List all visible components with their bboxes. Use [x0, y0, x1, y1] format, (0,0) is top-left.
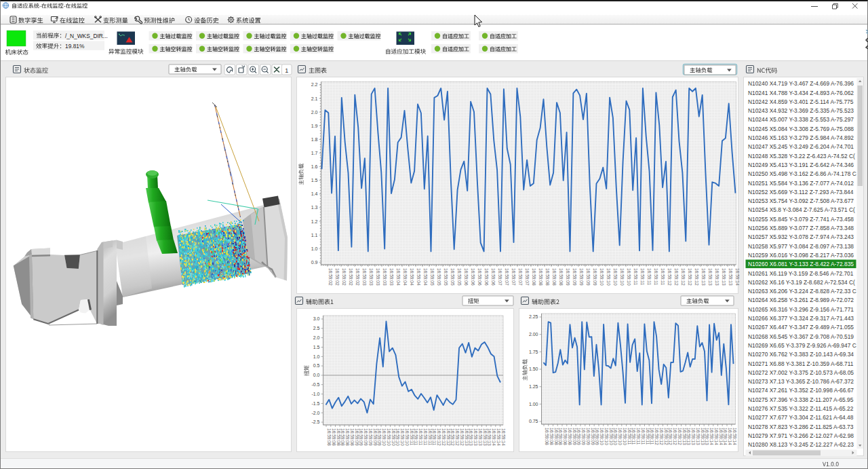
svg-text:16:59:11: 16:59:11 — [650, 428, 654, 445]
svg-text:1.50: 1.50 — [529, 367, 538, 371]
svg-text:N10260 X6.081 Y-3.133 Z-8.422: N10260 X6.081 Y-3.133 Z-8.422 A-72.835 — [748, 261, 854, 267]
svg-text:N10262 X6.16 Y-3.19 Z-8.682 A-: N10262 X6.16 Y-3.19 Z-8.682 A-72.534 C( — [748, 279, 855, 286]
svg-text:16:59:14: 16:59:14 — [719, 428, 724, 445]
svg-text:16:59:09: 16:59:09 — [377, 428, 382, 446]
svg-text:1.25: 1.25 — [529, 384, 538, 389]
svg-text:16:59:13: 16:59:13 — [686, 428, 691, 445]
svg-text:16:59:08: 16:59:08 — [340, 428, 345, 446]
svg-text:16:59:13: 16:59:13 — [691, 428, 696, 445]
svg-text:2.0: 2.0 — [311, 110, 318, 115]
svg-text:16:59:03: 16:59:03 — [362, 268, 367, 286]
svg-text:16:59:12: 16:59:12 — [677, 428, 682, 445]
svg-text:16:59:11: 16:59:11 — [627, 428, 632, 445]
svg-text:16:59:06: 16:59:06 — [471, 268, 475, 286]
svg-text:1.0: 1.0 — [311, 246, 318, 251]
svg-text:1.75: 1.75 — [529, 350, 538, 354]
svg-text:16:59:12: 16:59:12 — [659, 428, 664, 445]
svg-text:16:59:10: 16:59:10 — [613, 268, 618, 286]
svg-text:16:59:06: 16:59:06 — [491, 268, 496, 286]
svg-text:N10273 X7.13 Y-3.365 Z-10.786: N10273 X7.13 Y-3.365 Z-10.786 A-67.372 — [748, 378, 854, 385]
svg-text:16:59:11: 16:59:11 — [633, 268, 638, 286]
svg-text:16:59:12: 16:59:12 — [667, 268, 672, 286]
svg-text:16:59:08: 16:59:08 — [327, 428, 332, 446]
svg-text:16:59:08: 16:59:08 — [532, 268, 536, 286]
svg-text:16:59:08: 16:59:08 — [554, 428, 559, 445]
svg-text:16:59:05: 16:59:05 — [443, 268, 448, 286]
svg-text:16:59:08: 16:59:08 — [552, 268, 557, 286]
svg-text:16:59:10: 16:59:10 — [609, 428, 614, 445]
svg-text:16:59:11: 16:59:11 — [410, 428, 414, 446]
svg-text:16:59:09: 16:59:09 — [581, 428, 586, 445]
svg-text:16:59:07: 16:59:07 — [505, 268, 509, 286]
svg-text:16:59:08: 16:59:08 — [549, 428, 554, 445]
svg-text:16:59:06: 16:59:06 — [484, 268, 489, 286]
svg-text:16:59:11: 16:59:11 — [660, 268, 665, 286]
svg-text:0.5: 0.5 — [313, 363, 320, 368]
svg-text:16:59:11: 16:59:11 — [640, 268, 645, 286]
svg-text:16:59:09: 16:59:09 — [595, 428, 599, 445]
svg-text:N10250 X5.498 Y-3.162 Z-6.86 A: N10250 X5.498 Y-3.162 Z-6.86 A-74.178 C — [748, 170, 856, 177]
svg-text:N10254 X5.8 Y-3.084 Z-7.625 A-: N10254 X5.8 Y-3.084 Z-7.625 A-73.571 C( — [748, 206, 855, 213]
svg-text:16:59:10: 16:59:10 — [599, 428, 604, 445]
svg-text:0.0: 0.0 — [313, 373, 320, 377]
svg-text:0.9: 0.9 — [311, 260, 318, 265]
svg-text:N10269 X6.65 Y-3.379 Z-9.926 A: N10269 X6.65 Y-3.379 Z-9.926 A-69.947 C — [748, 342, 856, 349]
svg-text:1.5: 1.5 — [311, 178, 318, 183]
svg-text:16:59:04: 16:59:04 — [416, 268, 421, 286]
svg-text:-2.5: -2.5 — [311, 419, 319, 424]
svg-text:16:59:14: 16:59:14 — [732, 428, 737, 445]
svg-text:1.1: 1.1 — [311, 233, 318, 238]
svg-text:16:59:08: 16:59:08 — [563, 428, 568, 445]
svg-text:16:59:14: 16:59:14 — [735, 268, 740, 286]
svg-text:1.7: 1.7 — [311, 151, 318, 155]
svg-text:/_N_WKS_DIR...: /_N_WKS_DIR... — [65, 33, 108, 39]
svg-text:N10253 X5.754 Y-3.092 Z-7.508: N10253 X5.754 Y-3.092 Z-7.508 A-73.677 — [748, 198, 854, 204]
svg-text:N10274 X7.261 Y-3.352 Z-10.998: N10274 X7.261 Y-3.352 Z-10.998 A-66.67 — [748, 387, 854, 394]
svg-text:N10258 X5.977 Y-3.084 Z-8.097: N10258 X5.977 Y-3.084 Z-8.097 A-73.138 — [748, 243, 854, 250]
svg-text:16:59:12: 16:59:12 — [437, 428, 441, 446]
svg-text:16:59:10: 16:59:10 — [387, 428, 391, 446]
svg-text:16:59:13: 16:59:13 — [705, 428, 709, 445]
svg-text:N10261 X6.119 Y-3.159 Z-8.546: N10261 X6.119 Y-3.159 Z-8.546 A-72.701 — [748, 270, 854, 277]
svg-text:16:59:07: 16:59:07 — [511, 268, 516, 286]
svg-text:16:59:02: 16:59:02 — [328, 268, 333, 286]
svg-text:16:59:10: 16:59:10 — [620, 268, 625, 286]
svg-text:16:59:03: 16:59:03 — [369, 268, 374, 286]
svg-text:16:59:04: 16:59:04 — [396, 268, 401, 286]
svg-text:16:59:07: 16:59:07 — [525, 268, 530, 286]
svg-text:16:59:08: 16:59:08 — [332, 428, 336, 446]
svg-text:N10244 X5.007 Y-3.338 Z-5.553: N10244 X5.007 Y-3.338 Z-5.553 A-75.297 — [748, 116, 854, 123]
svg-text:16:59:11: 16:59:11 — [631, 428, 636, 445]
svg-text:16:59:13: 16:59:13 — [722, 268, 726, 286]
svg-text:16:59:09: 16:59:09 — [586, 428, 591, 445]
svg-text:1.8: 1.8 — [311, 137, 318, 142]
svg-text:16:59:10: 16:59:10 — [391, 428, 396, 446]
svg-text:N10279 X7.971 Y-3.266 Z-12.027: N10279 X7.971 Y-3.266 Z-12.027 A-62.98 — [748, 432, 854, 439]
svg-text:16:59:12: 16:59:12 — [446, 428, 451, 446]
svg-text:16:59:12: 16:59:12 — [654, 428, 659, 445]
svg-text:16:59:07: 16:59:07 — [498, 268, 502, 286]
svg-text:16:59:09: 16:59:09 — [593, 268, 597, 286]
svg-text:N10240 X4.719 Y-3.467 Z-4.669: N10240 X4.719 Y-3.467 Z-4.669 A-76.396 — [748, 80, 854, 87]
svg-text:-1.5: -1.5 — [311, 401, 319, 406]
svg-text:N10251 X5.584 Y-3.136 Z-7.077: N10251 X5.584 Y-3.136 Z-7.077 A-74.012 — [748, 180, 854, 187]
svg-text:16:59:02: 16:59:02 — [335, 268, 340, 286]
svg-text:16:59:13: 16:59:13 — [483, 428, 488, 446]
svg-text:16:59:12: 16:59:12 — [694, 268, 699, 286]
svg-text:16:59:09: 16:59:09 — [591, 428, 595, 445]
svg-text:N10256 X5.889 Y-3.077 Z-7.858: N10256 X5.889 Y-3.077 Z-7.858 A-73.348 — [748, 225, 854, 231]
svg-text:16:59:11: 16:59:11 — [646, 428, 650, 445]
svg-text:N10277 X7.677 Y-3.304 Z-11.621: N10277 X7.677 Y-3.304 Z-11.621 A-64.48 — [748, 414, 854, 421]
svg-text:2.5: 2.5 — [313, 326, 320, 331]
svg-text:N10272 X7.002 Y-3.375 Z-10.573: N10272 X7.002 Y-3.375 Z-10.573 A-68.05 — [748, 369, 854, 376]
svg-text:16:59:12: 16:59:12 — [450, 428, 455, 446]
svg-text:16:59:05: 16:59:05 — [457, 268, 462, 286]
svg-text:16:59:09: 16:59:09 — [368, 428, 373, 446]
svg-text:16:59:11: 16:59:11 — [418, 428, 423, 446]
svg-text:N10241 X4.788 Y-3.434 Z-4.893: N10241 X4.788 Y-3.434 Z-4.893 A-76.062 — [748, 90, 854, 96]
svg-text:-1.0: -1.0 — [311, 392, 319, 396]
svg-text:16:59:13: 16:59:13 — [469, 428, 473, 446]
svg-text:16:59:13: 16:59:13 — [473, 428, 478, 446]
svg-text:N10259 X6.016 Y-3.098 Z-8.217: N10259 X6.016 Y-3.098 Z-8.217 A-73.036 — [748, 252, 854, 259]
svg-text:2.00: 2.00 — [529, 332, 538, 337]
